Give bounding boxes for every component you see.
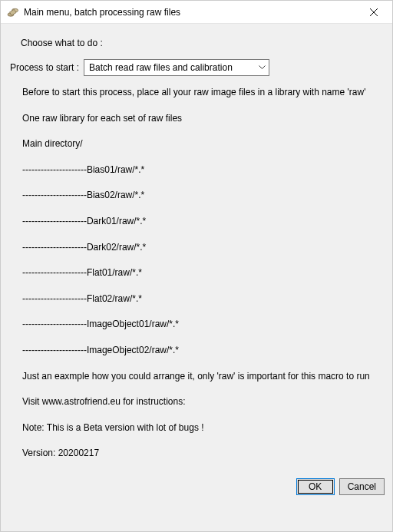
process-row: Process to start : Batch read raw files …: [1, 59, 392, 87]
dialog-window: Main menu, batch processing raw files Ch…: [0, 0, 393, 532]
chevron-down-icon: [259, 65, 266, 70]
dialog-footer: OK Cancel: [1, 474, 392, 501]
close-button[interactable]: [358, 2, 389, 23]
cancel-button[interactable]: Cancel: [339, 478, 385, 495]
ok-button-label: OK: [309, 481, 322, 492]
process-selected-value: Batch read raw files and calibration: [89, 62, 233, 73]
instruction-line: ---------------------ImageObject01/raw/*…: [22, 319, 385, 331]
instruction-line: ---------------------Bias02/raw/*.*: [22, 190, 385, 202]
instruction-line: ---------------------Bias01/raw/*.*: [22, 164, 385, 177]
cancel-button-label: Cancel: [348, 481, 376, 492]
app-icon: [7, 6, 19, 18]
instruction-line: ---------------------Flat01/raw/*.*: [22, 267, 385, 279]
window-title: Main menu, batch processing raw files: [24, 7, 358, 18]
titlebar: Main menu, batch processing raw files: [1, 1, 392, 24]
instruction-line: ---------------------Flat02/raw/*.*: [22, 293, 385, 306]
prompt-label: Choose what to do :: [1, 38, 392, 59]
instructions-body: Before to start this process, place all …: [1, 87, 392, 474]
content-area: Choose what to do : Process to start : B…: [1, 24, 392, 531]
instruction-line: One raw library for each set of raw file…: [22, 113, 385, 125]
instruction-line: ---------------------ImageObject02/raw/*…: [22, 345, 385, 357]
instruction-line: Version: 20200217: [22, 448, 385, 460]
instruction-line: Note: This is a Beta version with lot of…: [22, 422, 385, 435]
ok-button[interactable]: OK: [296, 478, 335, 495]
close-icon: [370, 8, 378, 16]
instruction-line: ---------------------Dark01/raw/*.*: [22, 216, 385, 228]
process-label: Process to start :: [10, 62, 79, 73]
instruction-line: Visit www.astrofriend.eu for instruction…: [22, 396, 385, 408]
process-dropdown[interactable]: Batch read raw files and calibration: [84, 59, 269, 76]
instruction-line: Before to start this process, place all …: [22, 87, 385, 99]
instruction-line: Main directory/: [22, 138, 385, 150]
instruction-line: ---------------------Dark02/raw/*.*: [22, 242, 385, 254]
instruction-line: Just an eaxmple how you could arrange it…: [22, 371, 385, 383]
